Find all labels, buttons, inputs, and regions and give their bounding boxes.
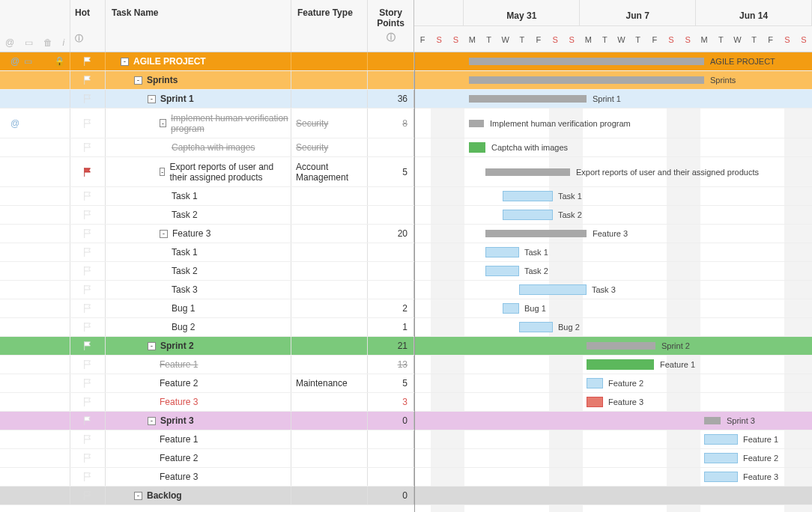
story-points-cell[interactable] [368, 243, 414, 261]
feature-type-cell[interactable]: Security [291, 138, 368, 156]
attach-icon[interactable]: @ [10, 118, 19, 129]
feature-type-cell[interactable] [291, 487, 368, 505]
task-name-cell[interactable]: Bug 1 [106, 299, 291, 317]
story-points-cell[interactable] [368, 52, 414, 70]
table-row[interactable]: -Sprint 136Sprint 1 [0, 90, 812, 109]
table-row[interactable]: Feature 33Feature 3 [0, 393, 812, 412]
feature-type-cell[interactable] [291, 412, 368, 430]
hot-flag-cell[interactable] [70, 374, 106, 392]
hot-flag-cell[interactable] [70, 71, 106, 89]
task-name-cell[interactable]: -Feature 3 [106, 225, 291, 243]
hot-flag-cell[interactable] [70, 281, 106, 299]
task-name-cell[interactable]: Task 1 [106, 187, 291, 205]
timeline-cell[interactable]: Task 2 [414, 262, 812, 280]
feature-type-cell[interactable] [291, 430, 368, 448]
task-name-cell[interactable]: -Sprints [106, 71, 291, 89]
hot-flag-cell[interactable] [70, 262, 106, 280]
gantt-bar[interactable]: Task 2 [503, 210, 553, 220]
feature-type-cell[interactable] [291, 393, 368, 411]
task-name-cell[interactable]: Captcha with images [106, 138, 291, 156]
task-name-column-header[interactable]: Task Name [106, 0, 291, 52]
feature-type-cell[interactable] [291, 225, 368, 243]
timeline-cell[interactable]: Bug 1 [414, 299, 812, 317]
feature-type-cell[interactable]: Account Management [291, 157, 368, 186]
story-points-cell[interactable]: 2 [368, 299, 414, 317]
gantt-bar[interactable]: Bug 1 [503, 303, 519, 314]
feature-type-cell[interactable] [291, 337, 368, 355]
table-row[interactable]: Captcha with imagesSecurityCaptcha with … [0, 138, 812, 157]
hot-flag-cell[interactable] [70, 468, 106, 486]
story-points-cell[interactable]: 3 [368, 393, 414, 411]
gantt-bar[interactable]: Task 1 [485, 247, 519, 257]
feature-type-cell[interactable]: Security [291, 109, 368, 138]
gantt-bar[interactable]: Sprint 3 [704, 417, 721, 424]
table-row[interactable]: -Feature 320Feature 3 [0, 225, 812, 243]
task-name-cell[interactable]: Feature 3 [106, 393, 291, 411]
story-points-cell[interactable]: 36 [368, 90, 414, 108]
story-points-cell[interactable]: 1 [368, 318, 414, 336]
feature-type-cell[interactable] [291, 206, 368, 224]
gantt-bar[interactable]: Feature 1 [704, 434, 738, 445]
story-points-cell[interactable] [368, 187, 414, 205]
task-name-cell[interactable]: Task 3 [106, 281, 291, 299]
story-points-cell[interactable]: 8 [368, 109, 414, 138]
expand-button[interactable]: - [160, 230, 168, 238]
table-row[interactable]: -SprintsSprints [0, 71, 812, 90]
story-points-cell[interactable] [368, 262, 414, 280]
gantt-bar[interactable]: Captcha with images [469, 142, 485, 153]
story-points-cell[interactable] [368, 206, 414, 224]
table-row[interactable]: Task 2Task 2 [0, 262, 812, 281]
story-points-cell[interactable]: 0 [368, 487, 414, 505]
feature-type-cell[interactable] [291, 262, 368, 280]
gantt-bar[interactable]: Task 1 [503, 191, 553, 201]
task-name-cell[interactable]: Task 2 [106, 262, 291, 280]
gantt-bar[interactable]: Sprint 1 [469, 95, 587, 103]
timeline-cell[interactable]: Sprints [414, 71, 812, 89]
table-row[interactable]: -Export reports of user and their assign… [0, 157, 812, 187]
timeline-cell[interactable]: AGILE PROJECT [414, 52, 812, 70]
story-points-cell[interactable] [368, 138, 414, 156]
expand-button[interactable]: - [148, 417, 156, 425]
story-points-cell[interactable]: 21 [368, 337, 414, 355]
story-points-column-header[interactable]: Story Points ⓘ [368, 0, 414, 52]
hot-flag-cell[interactable] [70, 393, 106, 411]
table-row[interactable]: @-Implement human verification programSe… [0, 109, 812, 138]
hot-flag-cell[interactable] [70, 90, 106, 108]
table-row[interactable]: Task 2Task 2 [0, 206, 812, 225]
gantt-bar[interactable]: AGILE PROJECT [469, 58, 704, 65]
task-name-cell[interactable]: Feature 1 [106, 430, 291, 448]
hot-flag-cell[interactable] [70, 157, 106, 186]
timeline-cell[interactable]: Feature 2 [414, 374, 812, 392]
timeline-cell[interactable]: Feature 1 [414, 430, 812, 448]
expand-button[interactable]: - [160, 168, 165, 176]
timeline-cell[interactable]: Feature 3 [414, 393, 812, 411]
feature-type-column-header[interactable]: Feature Type [291, 0, 368, 52]
story-points-cell[interactable] [368, 430, 414, 448]
timeline-cell[interactable]: Feature 3 [414, 225, 812, 243]
hot-flag-cell[interactable] [70, 487, 106, 505]
story-points-cell[interactable] [368, 71, 414, 89]
feature-type-cell[interactable] [291, 281, 368, 299]
expand-button[interactable]: - [134, 492, 142, 500]
task-name-cell[interactable]: -Sprint 3 [106, 412, 291, 430]
story-points-cell[interactable] [368, 468, 414, 486]
task-name-cell[interactable]: -AGILE PROJECT [106, 52, 291, 70]
expand-button[interactable]: - [148, 342, 156, 350]
timeline-cell[interactable]: Export reports of user and their assigne… [414, 157, 812, 186]
task-name-cell[interactable]: -Export reports of user and their assign… [106, 157, 291, 186]
table-row[interactable]: Feature 2Feature 2 [0, 449, 812, 468]
timeline-cell[interactable]: Sprint 1 [414, 90, 812, 108]
hot-flag-cell[interactable] [70, 206, 106, 224]
hot-column-header[interactable]: Hot ⓘ [70, 0, 106, 52]
feature-type-cell[interactable] [291, 468, 368, 486]
gantt-bar[interactable]: Feature 1 [587, 359, 654, 370]
timeline-cell[interactable]: Task 2 [414, 206, 812, 224]
table-row[interactable]: Task 1Task 1 [0, 243, 812, 262]
feature-type-cell[interactable] [291, 243, 368, 261]
feature-type-cell[interactable]: Maintenance [291, 374, 368, 392]
task-name-cell[interactable]: -Sprint 2 [106, 337, 291, 355]
timeline-cell[interactable]: Feature 3 [414, 468, 812, 486]
gantt-bar[interactable]: Task 3 [519, 284, 587, 295]
task-name-cell[interactable]: Task 1 [106, 243, 291, 261]
gantt-bar[interactable]: Bug 2 [519, 322, 553, 332]
